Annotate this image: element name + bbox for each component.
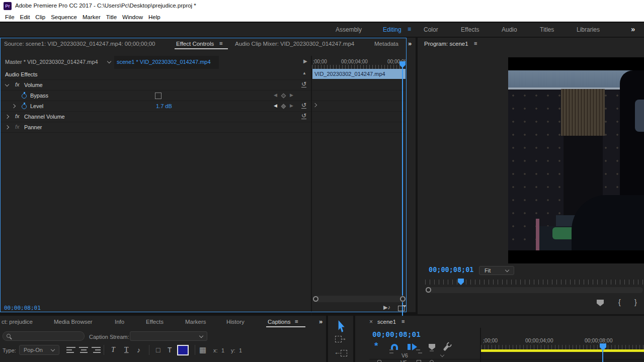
toggle-animation-stopwatch-icon[interactable]: [22, 104, 27, 109]
ec-zoom-handle-left[interactable]: [313, 296, 318, 302]
align-left-icon[interactable]: [66, 347, 75, 353]
menu-file[interactable]: File: [5, 14, 15, 20]
ec-time-ruler[interactable]: [312, 65, 406, 69]
lower-left-overflow-icon[interactable]: »: [319, 318, 323, 325]
tab-info[interactable]: Info: [115, 319, 124, 325]
tab-effects[interactable]: Effects: [146, 319, 164, 325]
menu-clip[interactable]: Clip: [35, 14, 45, 20]
next-keyframe-icon[interactable]: ▶: [290, 103, 293, 108]
music-note-icon[interactable]: ♪: [137, 346, 140, 354]
program-panel-menu-icon[interactable]: ≡: [474, 40, 477, 46]
ec-clip-bar[interactable]: VID_20230302_014247.mp4: [312, 69, 406, 79]
effect-volume-row[interactable]: fx Volume ↺: [0, 80, 311, 90]
add-keyframe-icon[interactable]: [281, 94, 286, 99]
text-color-icon[interactable]: T: [168, 346, 172, 354]
timeline-settings-icon[interactable]: [443, 345, 449, 351]
reset-effect-icon[interactable]: ↺: [301, 113, 306, 119]
tab-markers[interactable]: Markers: [185, 319, 206, 325]
tab-program-monitor[interactable]: Program: scene1: [424, 41, 468, 47]
track-v5-label[interactable]: V5: [400, 359, 407, 362]
effect-controls-tab-overflow-icon[interactable]: »: [408, 40, 412, 47]
nest-sequence-icon[interactable]: *: [374, 342, 378, 349]
caption-type-dropdown[interactable]: Pop-On: [19, 345, 59, 355]
menu-sequence[interactable]: Sequence: [51, 14, 77, 20]
bypass-checkbox[interactable]: [155, 93, 162, 99]
menu-help[interactable]: Help: [148, 14, 160, 20]
timeline-ruler[interactable]: ;00;00 00;00;04;00 00;00;08;00: [481, 335, 644, 362]
tab-audio-clip-mixer[interactable]: Audio Clip Mixer: VID_20230302_014247.mp…: [235, 41, 354, 47]
reset-effect-icon[interactable]: ↺: [301, 81, 306, 87]
chevron-right-icon[interactable]: [12, 104, 16, 108]
timeline-track-area[interactable]: [481, 352, 644, 362]
workspace-tab-libraries[interactable]: Libraries: [577, 26, 600, 33]
ec-zoom-scrollbar[interactable]: [313, 296, 406, 302]
reset-param-icon[interactable]: ↺: [301, 103, 306, 109]
background-color-swatch[interactable]: [177, 345, 189, 355]
underline-icon[interactable]: T: [124, 346, 129, 354]
program-zoom-handle[interactable]: [426, 287, 431, 293]
workspace-tab-titles[interactable]: Titles: [540, 26, 554, 33]
add-keyframe-icon[interactable]: [281, 104, 286, 109]
mark-in-icon[interactable]: {: [618, 298, 621, 306]
workspace-tab-effects[interactable]: Effects: [461, 26, 479, 33]
add-marker-icon[interactable]: [597, 300, 604, 306]
tab-source-monitor[interactable]: Source: scene1: VID_20230302_014247.mp4:…: [4, 41, 155, 47]
chevron-down-icon[interactable]: [107, 59, 111, 63]
play-forward-icon[interactable]: ▶: [303, 58, 307, 64]
ec-timecode[interactable]: 00;00;08;01: [4, 305, 41, 311]
close-sequence-icon[interactable]: ×: [369, 318, 373, 325]
workspace-overflow-icon[interactable]: »: [631, 25, 635, 33]
align-center-icon[interactable]: [79, 347, 88, 353]
audio-effects-header[interactable]: Audio Effects: [0, 69, 311, 79]
tab-captions[interactable]: Captions: [268, 319, 290, 325]
program-time-ruler[interactable]: [425, 280, 643, 285]
position-grid-icon[interactable]: ▦: [199, 345, 206, 354]
workspace-tab-color[interactable]: Color: [424, 26, 438, 33]
program-timecode[interactable]: 00;00;08;01: [429, 265, 473, 274]
collapse-section-icon[interactable]: ▲: [302, 71, 306, 75]
chevron-right-icon[interactable]: [5, 115, 9, 119]
caption-search-input[interactable]: [3, 331, 85, 341]
y-position-value[interactable]: 1: [239, 347, 242, 353]
tab-media-browser[interactable]: Media Browser: [54, 319, 93, 325]
workspace-tab-editing[interactable]: Editing: [383, 26, 401, 33]
zoom-level-dropdown[interactable]: Fit: [479, 266, 514, 275]
chevron-down-icon[interactable]: [5, 82, 9, 86]
level-value[interactable]: 1.7 dB: [156, 103, 172, 109]
tab-metadata[interactable]: Metadata: [374, 41, 398, 47]
effect-panner-row[interactable]: fx Panner: [0, 122, 311, 133]
timeline-panel-menu-icon[interactable]: ≡: [401, 318, 405, 324]
timeline-timecode[interactable]: 00;00;08;01: [372, 330, 421, 338]
track-v5-mute-icon[interactable]: [430, 360, 434, 362]
master-clip-label[interactable]: Master * VID_20230302_014247.mp4: [5, 59, 98, 65]
sequence-clip-tab[interactable]: scene1 * VID_20230302_014247.mp4: [114, 56, 219, 69]
mark-out-icon[interactable]: }: [634, 298, 637, 306]
tab-project[interactable]: ct: prejudice: [2, 319, 33, 325]
ec-zoom-handle-right[interactable]: [400, 296, 406, 302]
align-right-icon[interactable]: [92, 347, 101, 353]
toggle-animation-stopwatch-icon[interactable]: [22, 94, 27, 99]
text-edge-box-icon[interactable]: □: [156, 346, 160, 354]
workspace-tab-assembly[interactable]: Assembly: [336, 26, 362, 33]
prev-keyframe-icon[interactable]: ◀: [274, 103, 277, 108]
menu-title[interactable]: Title: [106, 14, 117, 20]
chevron-right-icon[interactable]: [5, 125, 9, 129]
track-v5-sync-icon[interactable]: [417, 360, 421, 362]
menu-marker[interactable]: Marker: [83, 14, 101, 20]
italic-icon[interactable]: T: [111, 346, 115, 354]
add-marker-icon[interactable]: [429, 344, 435, 350]
tab-history[interactable]: History: [226, 319, 245, 325]
selection-tool[interactable]: [337, 320, 346, 332]
workspace-tab-audio[interactable]: Audio: [502, 26, 517, 33]
export-frame-icon[interactable]: [398, 306, 405, 311]
menu-edit[interactable]: Edit: [20, 14, 30, 20]
caption-stream-dropdown[interactable]: [130, 331, 207, 341]
prev-keyframe-icon[interactable]: ◀: [274, 93, 277, 98]
effect-controls-panel-menu-icon[interactable]: ≡: [219, 40, 223, 46]
next-keyframe-icon[interactable]: ▶: [290, 93, 293, 98]
captions-panel-menu-icon[interactable]: ≡: [295, 318, 298, 324]
tab-effect-controls[interactable]: Effect Controls: [176, 41, 214, 47]
track-v6-label[interactable]: V6: [401, 352, 408, 358]
play-audio-icon[interactable]: ▶♪: [383, 304, 390, 311]
track-v5-lock-icon[interactable]: [377, 360, 381, 362]
